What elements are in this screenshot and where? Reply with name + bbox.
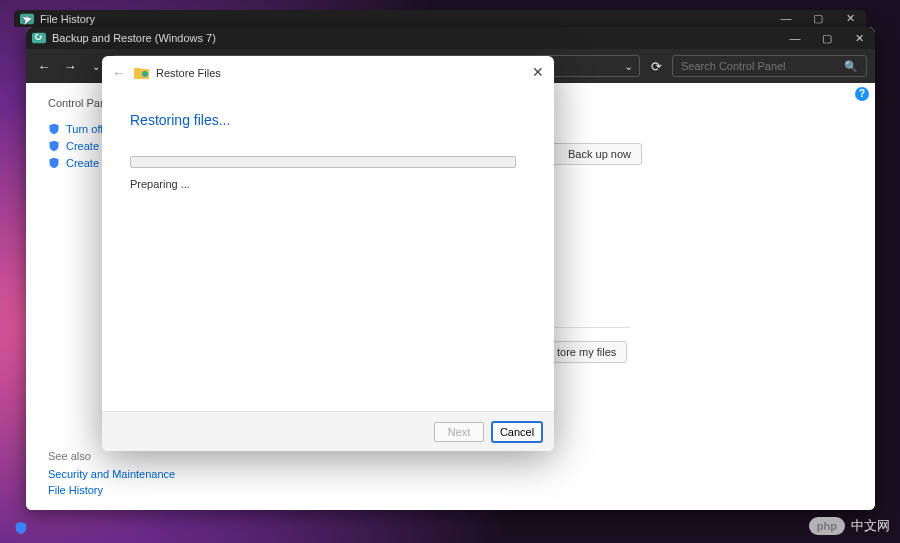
dialog-back-button[interactable]: ←: [112, 65, 126, 81]
dialog-titlebar: ← Restore Files ✕: [102, 56, 554, 90]
next-button: Next: [434, 422, 484, 442]
maximize-button[interactable]: ▢: [811, 27, 843, 49]
restore-my-files-button[interactable]: tore my files: [546, 341, 627, 363]
search-box[interactable]: 🔍: [672, 55, 867, 77]
dialog-footer: Next Cancel: [102, 411, 554, 451]
see-also-file-history-link[interactable]: File History: [48, 484, 175, 496]
restore-files-dialog: ← Restore Files ✕ Restoring files... Pre…: [102, 56, 554, 451]
backup-restore-titlebar: Backup and Restore (Windows 7) — ▢ ✕: [26, 27, 875, 49]
dialog-body: Restoring files... Preparing ...: [102, 90, 554, 411]
refresh-button[interactable]: ⟳: [646, 59, 666, 74]
php-badge: php: [809, 517, 845, 535]
close-button[interactable]: ✕: [843, 27, 875, 49]
see-also-security-link[interactable]: Security and Maintenance: [48, 468, 175, 480]
nav-forward-button[interactable]: →: [60, 59, 80, 74]
maximize-button[interactable]: ▢: [802, 10, 834, 27]
file-history-window-titlebar: File History — ▢ ✕: [14, 10, 866, 27]
address-dropdown-icon[interactable]: ⌄: [624, 60, 633, 73]
backup-now-label: Back up now: [568, 148, 631, 160]
minimize-button[interactable]: —: [770, 10, 802, 27]
dialog-close-button[interactable]: ✕: [532, 64, 544, 80]
dialog-title: Restore Files: [156, 67, 221, 79]
progress-bar: [130, 156, 516, 168]
restore-my-files-label: tore my files: [557, 346, 616, 358]
progress-status-text: Preparing ...: [130, 178, 526, 190]
search-icon[interactable]: 🔍: [844, 60, 858, 73]
cancel-button[interactable]: Cancel: [492, 422, 542, 442]
window-controls: — ▢ ✕: [779, 27, 875, 49]
svg-rect-2: [32, 33, 46, 44]
file-history-title: File History: [40, 13, 95, 25]
minimize-button[interactable]: —: [779, 27, 811, 49]
nav-back-button[interactable]: ←: [34, 59, 54, 74]
see-also-section: See also Security and Maintenance File H…: [48, 450, 175, 500]
watermark-text: 中文网: [851, 517, 890, 535]
backup-restore-title: Backup and Restore (Windows 7): [52, 32, 216, 44]
taskbar-shield-icon[interactable]: [14, 521, 28, 535]
shield-icon: [48, 157, 60, 169]
shield-icon: [48, 123, 60, 135]
search-input[interactable]: [681, 60, 844, 72]
folder-restore-icon: [134, 66, 150, 80]
svg-point-3: [142, 71, 148, 77]
close-button[interactable]: ✕: [834, 10, 866, 27]
dialog-heading: Restoring files...: [130, 112, 526, 128]
backup-now-button[interactable]: Back up now: [545, 143, 642, 165]
window-controls: — ▢ ✕: [770, 10, 866, 27]
info-badge-icon[interactable]: ?: [855, 87, 869, 101]
watermark: php 中文网: [809, 517, 890, 535]
see-also-header: See also: [48, 450, 175, 462]
shield-icon: [48, 140, 60, 152]
backup-restore-icon: [32, 31, 46, 45]
